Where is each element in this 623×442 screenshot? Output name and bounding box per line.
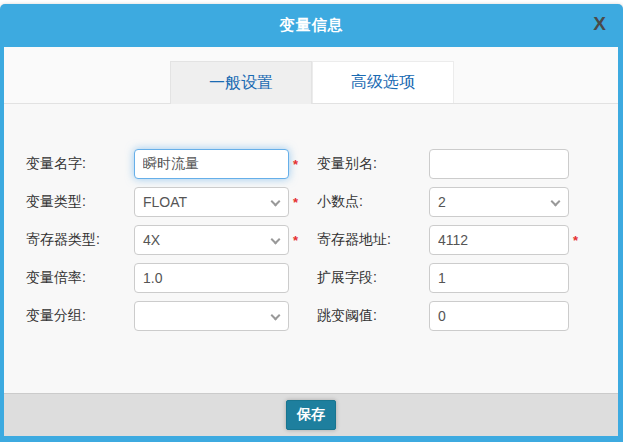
variable-name-input[interactable]: [134, 149, 289, 179]
variable-type-value: FLOAT: [143, 194, 187, 210]
form-row: 变量名字: * 变量别名:: [4, 149, 618, 179]
variable-alias-input[interactable]: [429, 149, 569, 179]
form-row: 变量分组: 跳变阈值:: [4, 301, 618, 331]
variable-multiplier-label: 变量倍率:: [26, 269, 134, 287]
decimal-point-select[interactable]: 2: [429, 187, 569, 217]
form-area: 变量名字: * 变量别名: 变量类型: FLOAT * 小数点: 2: [4, 104, 618, 393]
dialog-body: 一般设置 高级选项 变量名字: * 变量别名: 变量类型: FLOAT * 小数…: [4, 47, 618, 436]
variable-type-label: 变量类型:: [26, 193, 134, 211]
chevron-down-icon: [271, 197, 281, 207]
required-asterisk: *: [289, 157, 303, 172]
variable-multiplier-input[interactable]: [134, 263, 289, 293]
variable-group-label: 变量分组:: [26, 307, 134, 325]
decimal-point-label: 小数点:: [317, 193, 429, 211]
variable-info-dialog: 变量信息 X 一般设置 高级选项 变量名字: * 变量别名: 变量类型: FLO…: [0, 4, 623, 442]
variable-alias-label: 变量别名:: [317, 155, 429, 173]
dialog-title: 变量信息: [280, 16, 344, 35]
dialog-footer: 保存: [4, 393, 618, 436]
chevron-down-icon: [271, 235, 281, 245]
tab-advanced-options[interactable]: 高级选项: [312, 61, 454, 103]
jump-threshold-input[interactable]: [429, 301, 569, 331]
variable-name-label: 变量名字:: [26, 155, 134, 173]
register-type-value: 4X: [143, 232, 160, 248]
register-address-label: 寄存器地址:: [317, 231, 429, 249]
extension-field-label: 扩展字段:: [317, 269, 429, 287]
form-row: 寄存器类型: 4X * 寄存器地址: *: [4, 225, 618, 255]
register-type-select[interactable]: 4X: [134, 225, 289, 255]
chevron-down-icon: [551, 197, 561, 207]
register-address-input[interactable]: [429, 225, 569, 255]
tab-general-settings[interactable]: 一般设置: [170, 61, 312, 104]
required-asterisk: *: [569, 233, 583, 248]
jump-threshold-label: 跳变阈值:: [317, 307, 429, 325]
variable-type-select[interactable]: FLOAT: [134, 187, 289, 217]
decimal-point-value: 2: [438, 194, 446, 210]
tab-strip: 一般设置 高级选项: [4, 47, 618, 104]
form-row: 变量类型: FLOAT * 小数点: 2: [4, 187, 618, 217]
extension-field-input[interactable]: [429, 263, 569, 293]
required-asterisk: *: [289, 195, 303, 210]
save-button[interactable]: 保存: [286, 400, 336, 430]
register-type-label: 寄存器类型:: [26, 231, 134, 249]
close-icon[interactable]: X: [593, 12, 606, 37]
dialog-titlebar: 变量信息 X: [0, 4, 623, 47]
variable-group-select[interactable]: [134, 301, 289, 331]
required-asterisk: *: [289, 233, 303, 248]
chevron-down-icon: [271, 311, 281, 321]
form-row: 变量倍率: 扩展字段:: [4, 263, 618, 293]
